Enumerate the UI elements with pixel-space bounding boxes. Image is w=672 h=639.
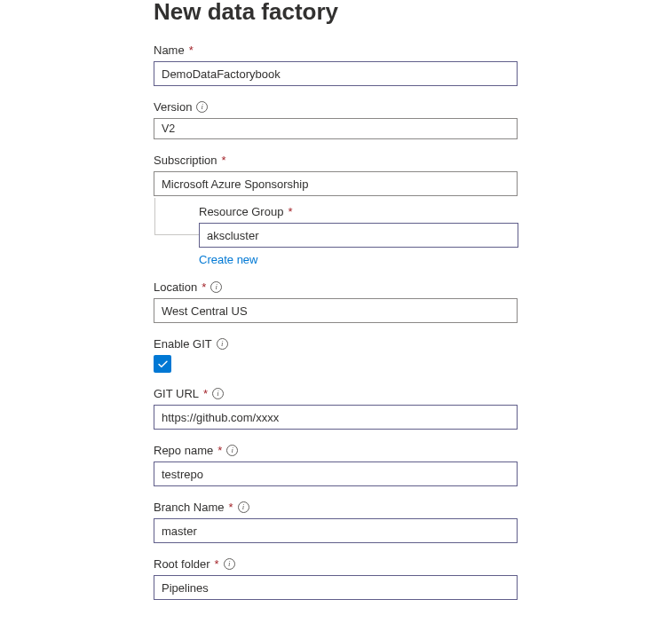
location-select[interactable] xyxy=(154,298,518,323)
field-location: Location * i xyxy=(154,280,672,323)
label-name: Name * xyxy=(154,43,672,57)
label-repo-name: Repo name * i xyxy=(154,444,672,457)
required-mark: * xyxy=(215,557,219,571)
label-subscription: Subscription * xyxy=(154,154,672,167)
label-text: Root folder xyxy=(154,557,210,571)
name-input[interactable] xyxy=(154,61,518,86)
info-icon[interactable]: i xyxy=(196,101,208,113)
info-icon[interactable]: i xyxy=(224,558,235,570)
field-repo-name: Repo name * i xyxy=(154,444,672,486)
required-mark: * xyxy=(189,43,194,57)
required-mark: * xyxy=(202,280,206,294)
field-git-url: GIT URL * i xyxy=(154,387,672,430)
version-select[interactable] xyxy=(154,118,518,139)
label-text: GIT URL xyxy=(154,387,199,400)
new-data-factory-panel: New data factory Name * Version i Subscr… xyxy=(0,0,672,618)
label-location: Location * i xyxy=(154,280,672,294)
label-version: Version i xyxy=(154,100,672,114)
label-text: Resource Group xyxy=(199,205,283,218)
field-enable-git: Enable GIT i xyxy=(154,337,672,373)
info-icon[interactable]: i xyxy=(210,281,222,293)
required-mark: * xyxy=(288,205,292,218)
required-mark: * xyxy=(228,501,233,514)
required-mark: * xyxy=(217,444,222,457)
field-resource-group: Resource Group * Create new xyxy=(154,205,672,266)
field-subscription: Subscription * xyxy=(154,154,672,196)
info-icon[interactable]: i xyxy=(217,338,228,350)
label-enable-git: Enable GIT i xyxy=(154,337,672,351)
label-branch-name: Branch Name * i xyxy=(154,501,672,514)
info-icon[interactable]: i xyxy=(226,445,238,456)
label-text: Branch Name xyxy=(154,501,224,514)
field-root-folder: Root folder * i xyxy=(154,557,672,600)
label-resource-group: Resource Group * xyxy=(199,205,672,218)
required-mark: * xyxy=(203,387,208,400)
subscription-select[interactable] xyxy=(154,171,518,196)
root-folder-input[interactable] xyxy=(154,575,518,600)
field-name: Name * xyxy=(154,43,672,86)
create-new-link[interactable]: Create new xyxy=(199,253,257,266)
info-icon[interactable]: i xyxy=(212,388,224,399)
branch-name-input[interactable] xyxy=(154,518,518,543)
label-text: Version xyxy=(154,100,192,114)
label-text: Repo name xyxy=(154,444,213,457)
checkmark-icon xyxy=(157,359,169,370)
resource-group-select[interactable] xyxy=(199,223,518,248)
enable-git-checkbox[interactable] xyxy=(154,355,171,373)
label-text: Location xyxy=(154,280,197,294)
page-title: New data factory xyxy=(154,0,672,26)
nest-connector xyxy=(154,198,199,235)
label-text: Name xyxy=(154,43,185,57)
field-branch-name: Branch Name * i xyxy=(154,501,672,543)
repo-name-input[interactable] xyxy=(154,462,518,486)
label-text: Subscription xyxy=(154,154,217,167)
git-url-input[interactable] xyxy=(154,405,518,430)
label-root-folder: Root folder * i xyxy=(154,557,672,571)
field-version: Version i xyxy=(154,100,672,139)
info-icon[interactable]: i xyxy=(238,501,249,513)
label-text: Enable GIT xyxy=(154,337,212,351)
label-git-url: GIT URL * i xyxy=(154,387,672,400)
required-mark: * xyxy=(222,154,226,167)
